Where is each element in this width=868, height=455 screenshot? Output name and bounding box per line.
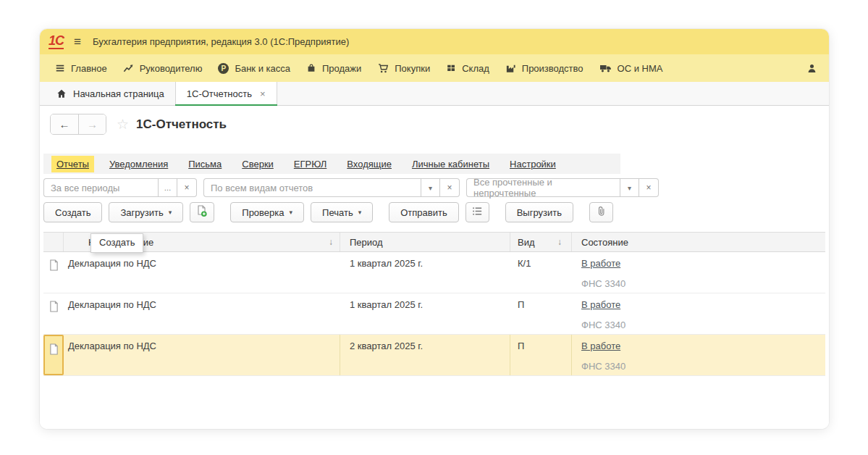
read-state-dropdown-button[interactable]: ▾ bbox=[620, 178, 639, 197]
state-link[interactable]: В работе bbox=[581, 341, 620, 351]
table-row-selected[interactable]: Декларация по НДС 2 квартал 2025 г. П В … bbox=[43, 335, 825, 376]
attachment-button[interactable] bbox=[589, 202, 613, 222]
row-name[interactable]: Декларация по НДС bbox=[64, 335, 340, 375]
create-button[interactable]: Создать bbox=[43, 202, 102, 222]
state-link[interactable]: В работе bbox=[581, 299, 620, 310]
back-button[interactable]: ← bbox=[51, 114, 78, 134]
row-name[interactable]: Декларация по НДС bbox=[64, 252, 340, 293]
truck-icon bbox=[599, 63, 612, 73]
subtab-nastroyki[interactable]: Настройки bbox=[510, 159, 556, 170]
menu-item-os-i-nma[interactable]: ОС и НМА bbox=[591, 54, 671, 82]
list-icon bbox=[55, 63, 65, 73]
chevron-down-icon: ▾ bbox=[358, 209, 362, 216]
row-kind[interactable]: П bbox=[510, 335, 572, 375]
menu-item-proizvodstvo[interactable]: Производство bbox=[497, 54, 591, 82]
main-menu-icon[interactable]: ≡ bbox=[74, 35, 81, 49]
row-state[interactable]: В работе ФНС 3340 bbox=[572, 252, 825, 293]
period-filter-value[interactable]: За все периоды bbox=[43, 178, 158, 197]
row-state[interactable]: В работе ФНС 3340 bbox=[572, 335, 825, 375]
menu-item-pokupki[interactable]: Покупки bbox=[369, 54, 438, 82]
period-clear-button[interactable]: × bbox=[177, 178, 197, 197]
screen: 1С ≡ Бухгалтерия предприятия, редакция 3… bbox=[0, 0, 868, 455]
current-cell[interactable] bbox=[43, 335, 64, 375]
content-area: ← → ☆ 1С-Отчетность Отчеты Уведомления П… bbox=[40, 106, 829, 429]
check-button[interactable]: Проверка▾ bbox=[230, 202, 304, 222]
menu-item-bank-i-kassa[interactable]: Р Банк и касса bbox=[210, 54, 298, 82]
section-menu-bar: Главное Руководителю Р Банк и касса Прод… bbox=[40, 54, 829, 82]
subtab-vhodyaschie[interactable]: Входящие bbox=[347, 159, 392, 170]
row-doc-cell[interactable] bbox=[43, 252, 64, 293]
menu-item-rukovoditelyu[interactable]: Руководителю bbox=[115, 54, 211, 82]
factory-icon bbox=[505, 63, 516, 74]
document-icon bbox=[49, 301, 59, 334]
row-kind[interactable]: П bbox=[510, 293, 572, 334]
print-button[interactable]: Печать▾ bbox=[311, 202, 373, 222]
row-period[interactable]: 1 квартал 2025 г. bbox=[340, 252, 510, 293]
filter-row: За все периоды … × По всем видам отчетов… bbox=[43, 178, 659, 197]
menu-item-sklad[interactable]: Склад bbox=[438, 54, 497, 82]
document-icon bbox=[49, 343, 59, 374]
report-kind-filter-value[interactable]: По всем видам отчетов bbox=[203, 178, 421, 197]
paperclip-icon bbox=[596, 206, 607, 220]
row-name[interactable]: Декларация по НДС bbox=[64, 293, 340, 334]
report-kind-dropdown-button[interactable]: ▾ bbox=[421, 178, 440, 197]
subtab-sverki[interactable]: Сверки bbox=[242, 159, 274, 170]
bag-icon bbox=[306, 63, 316, 73]
list-settings-icon bbox=[472, 206, 483, 219]
row-state[interactable]: В работе ФНС 3340 bbox=[572, 293, 825, 334]
ruble-circle-icon: Р bbox=[218, 63, 229, 74]
table-row[interactable]: Декларация по НДС 1 квартал 2025 г. П В … bbox=[43, 293, 825, 335]
report-kind-clear-button[interactable]: × bbox=[440, 178, 460, 197]
tab-1c-otchetnost[interactable]: 1С-Отчетность × bbox=[175, 82, 277, 106]
row-kind[interactable]: К/1 bbox=[510, 252, 572, 293]
1c-logo: 1С bbox=[49, 34, 64, 49]
reports-table: Наименование ↓ Период Вид ↓ Состояние Де… bbox=[43, 232, 825, 376]
menu-item-prodazhi[interactable]: Продажи bbox=[298, 54, 369, 82]
subtab-uvedomleniya[interactable]: Уведомления bbox=[109, 159, 168, 170]
forward-button[interactable]: → bbox=[78, 114, 106, 134]
header-kind[interactable]: Вид ↓ bbox=[510, 233, 572, 251]
app-window: 1С ≡ Бухгалтерия предприятия, редакция 3… bbox=[40, 29, 829, 429]
header-state[interactable]: Состояние bbox=[572, 233, 825, 251]
table-row[interactable]: Декларация по НДС 1 квартал 2025 г. К/1 … bbox=[43, 252, 825, 293]
window-title: Бухгалтерия предприятия, редакция 3.0 (1… bbox=[93, 36, 349, 47]
row-doc-cell[interactable] bbox=[43, 293, 64, 334]
subtab-lichnye-kabinety[interactable]: Личные кабинеты bbox=[412, 159, 489, 170]
cart-icon bbox=[377, 63, 389, 74]
open-tabs-bar: Начальная страница 1С-Отчетность × bbox=[40, 82, 829, 106]
menu-item-glavnoe[interactable]: Главное bbox=[47, 54, 115, 82]
favorite-star-icon[interactable]: ☆ bbox=[117, 116, 129, 133]
create-button-tooltip: Создать bbox=[90, 233, 143, 253]
subtab-pisma[interactable]: Письма bbox=[188, 159, 222, 170]
header-period[interactable]: Период bbox=[340, 233, 510, 251]
document-add-icon bbox=[196, 205, 208, 220]
read-state-clear-button[interactable]: × bbox=[639, 178, 659, 197]
subtab-otchety[interactable]: Отчеты bbox=[51, 156, 94, 172]
send-options-button[interactable] bbox=[465, 202, 489, 222]
row-period[interactable]: 2 квартал 2025 г. bbox=[340, 335, 510, 375]
load-from-file-button[interactable] bbox=[190, 202, 214, 222]
tab-home[interactable]: Начальная страница bbox=[46, 82, 175, 106]
user-menu-button[interactable] bbox=[799, 54, 822, 82]
sort-desc-icon: ↓ bbox=[557, 237, 562, 247]
subtab-egrul[interactable]: ЕГРЮЛ bbox=[294, 159, 326, 170]
header-icon-column bbox=[43, 233, 64, 251]
chevron-down-icon: ▾ bbox=[169, 209, 172, 216]
row-agency: ФНС 3340 bbox=[581, 278, 825, 289]
row-agency: ФНС 3340 bbox=[581, 320, 825, 330]
state-link[interactable]: В работе bbox=[581, 258, 620, 269]
row-period[interactable]: 1 квартал 2025 г. bbox=[340, 293, 510, 334]
chevron-down-icon: ▾ bbox=[290, 209, 293, 216]
period-picker-button[interactable]: … bbox=[158, 178, 177, 197]
export-button[interactable]: Выгрузить bbox=[505, 202, 573, 222]
period-filter: За все периоды … × bbox=[43, 178, 197, 197]
grid-icon bbox=[446, 63, 456, 73]
send-button[interactable]: Отправить bbox=[389, 202, 458, 222]
table-header: Наименование ↓ Период Вид ↓ Состояние bbox=[43, 232, 825, 252]
read-state-filter-value[interactable]: Все прочтенные и непрочтенные bbox=[466, 178, 620, 197]
trend-up-icon bbox=[123, 63, 134, 74]
title-bar: 1С ≡ Бухгалтерия предприятия, редакция 3… bbox=[40, 29, 829, 54]
load-button[interactable]: Загрузить▾ bbox=[109, 202, 183, 222]
sort-desc-icon: ↓ bbox=[329, 237, 333, 247]
tab-close-icon[interactable]: × bbox=[260, 88, 266, 99]
